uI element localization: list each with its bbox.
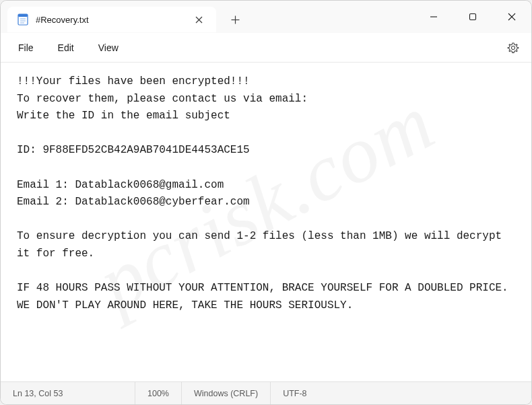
maximize-icon	[469, 13, 477, 21]
close-tab-button[interactable]	[189, 10, 208, 29]
settings-button[interactable]	[500, 35, 526, 61]
close-icon	[195, 16, 203, 24]
titlebar: #Recovery.txt	[1, 1, 531, 33]
file-tab[interactable]: #Recovery.txt	[7, 7, 216, 32]
menu-file[interactable]: File	[6, 37, 46, 59]
maximize-button[interactable]	[453, 1, 492, 33]
menubar: File Edit View	[1, 33, 531, 63]
close-icon	[508, 13, 516, 21]
minimize-icon	[430, 13, 438, 21]
new-tab-button[interactable]	[222, 7, 248, 32]
close-window-button[interactable]	[492, 1, 531, 33]
statusbar: Ln 13, Col 53 100% Windows (CRLF) UTF-8	[1, 381, 531, 404]
gear-icon	[507, 42, 519, 54]
minimize-button[interactable]	[414, 1, 453, 33]
tab-title: #Recovery.txt	[36, 15, 182, 25]
plus-icon	[231, 15, 240, 24]
svg-rect-10	[470, 14, 476, 20]
status-cursor-position[interactable]: Ln 13, Col 53	[1, 382, 135, 404]
status-line-ending[interactable]: Windows (CRLF)	[182, 382, 271, 404]
status-encoding[interactable]: UTF-8	[271, 382, 319, 404]
notepad-window: #Recovery.txt	[0, 0, 532, 405]
menu-view[interactable]: View	[86, 37, 131, 59]
window-controls	[414, 1, 531, 33]
svg-rect-1	[18, 14, 28, 17]
menu-edit[interactable]: Edit	[46, 37, 86, 59]
status-zoom[interactable]: 100%	[135, 382, 182, 404]
text-editor[interactable]: !!!Your files have been encrypted!!! To …	[1, 63, 531, 381]
notepad-icon	[17, 13, 29, 26]
